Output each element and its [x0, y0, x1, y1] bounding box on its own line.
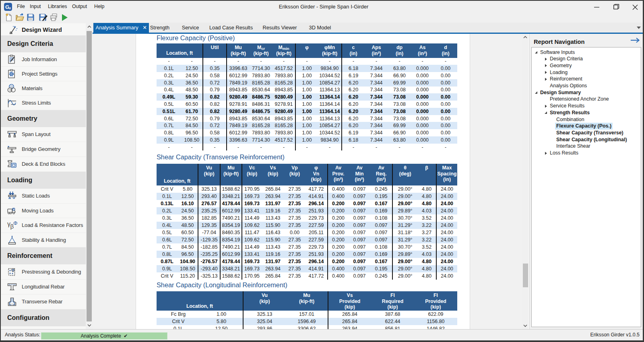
svg-text:Φ: Φ — [13, 220, 17, 226]
svg-text:d: d — [9, 6, 11, 10]
